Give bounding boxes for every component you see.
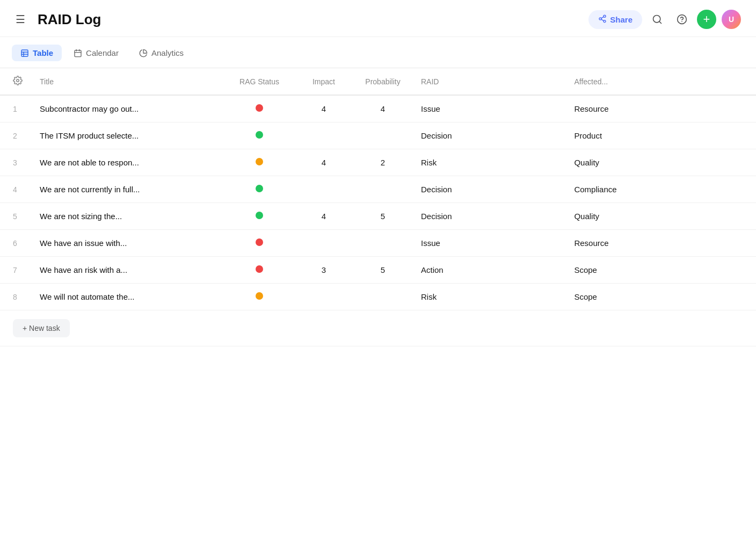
row-num: 2 <box>0 122 31 149</box>
rag-dot <box>256 185 263 192</box>
calendar-icon <box>74 49 82 57</box>
row-num: 6 <box>0 230 31 257</box>
tab-analytics-label: Analytics <box>151 48 184 57</box>
row-num: 8 <box>0 284 31 310</box>
page-title: RAID Log <box>38 11 101 28</box>
row-raid: Issue <box>412 230 565 257</box>
table-icon <box>20 49 29 57</box>
row-probability <box>353 176 412 203</box>
row-num: 1 <box>0 95 31 122</box>
svg-rect-9 <box>21 50 28 56</box>
help-button[interactable] <box>672 10 692 29</box>
row-affected: Resource <box>565 95 756 122</box>
new-task-cell: + New task <box>0 310 756 346</box>
row-affected: Quality <box>565 203 756 230</box>
new-task-row: + New task <box>0 310 756 346</box>
row-title: The ITSM product selecte... <box>31 122 224 149</box>
row-impact: 4 <box>294 203 353 230</box>
row-rag <box>224 95 294 122</box>
row-raid: Risk <box>412 284 565 310</box>
raid-col-header: RAID <box>412 68 565 95</box>
row-rag <box>224 257 294 284</box>
table-row[interactable]: 8 We will not automate the... Risk Scope <box>0 284 756 310</box>
row-impact <box>294 176 353 203</box>
row-rag <box>224 230 294 257</box>
impact-col-header: Impact <box>294 68 353 95</box>
row-title: We are not sizing the... <box>31 203 224 230</box>
search-icon <box>652 14 663 25</box>
table-row[interactable]: 4 We are not currently in full... Decisi… <box>0 176 756 203</box>
row-probability <box>353 230 412 257</box>
row-raid: Decision <box>412 203 565 230</box>
table-row[interactable]: 1 Subcontractor may go out... 4 4 Issue … <box>0 95 756 122</box>
row-probability <box>353 122 412 149</box>
share-icon <box>598 15 607 25</box>
row-num: 7 <box>0 257 31 284</box>
row-impact: 4 <box>294 95 353 122</box>
svg-line-3 <box>601 19 604 21</box>
table-header-row: Title RAG Status Impact Probability RAID… <box>0 68 756 95</box>
settings-col-header[interactable] <box>0 68 31 95</box>
row-num: 5 <box>0 203 31 230</box>
rag-dot <box>256 238 263 246</box>
row-affected: Quality <box>565 149 756 176</box>
row-title: Subcontractor may go out... <box>31 95 224 122</box>
add-button[interactable]: + <box>697 10 716 29</box>
tab-bar: Table Calendar Analytics <box>0 37 756 68</box>
row-title: We are not currently in full... <box>31 176 224 203</box>
table-row[interactable]: 6 We have an issue with... Issue Resourc… <box>0 230 756 257</box>
table-row[interactable]: 2 The ITSM product selecte... Decision P… <box>0 122 756 149</box>
row-rag <box>224 203 294 230</box>
affected-col-header: Affected... <box>565 68 756 95</box>
analytics-icon <box>139 49 148 57</box>
row-affected: Compliance <box>565 176 756 203</box>
row-num: 3 <box>0 149 31 176</box>
row-impact: 3 <box>294 257 353 284</box>
title-col-header: Title <box>31 68 224 95</box>
row-raid: Issue <box>412 95 565 122</box>
row-rag <box>224 284 294 310</box>
share-button[interactable]: Share <box>588 10 642 29</box>
svg-rect-13 <box>75 50 81 56</box>
probability-col-header: Probability <box>353 68 412 95</box>
row-rag <box>224 122 294 149</box>
row-title: We are not able to respon... <box>31 149 224 176</box>
tab-calendar[interactable]: Calendar <box>65 45 127 61</box>
main-table-container: Title RAG Status Impact Probability RAID… <box>0 68 756 346</box>
header-right: Share + U <box>588 10 741 29</box>
row-probability: 2 <box>353 149 412 176</box>
rag-dot <box>256 158 263 165</box>
new-task-button[interactable]: + New task <box>13 319 70 337</box>
header-left: ☰ RAID Log <box>11 10 101 29</box>
row-affected: Product <box>565 122 756 149</box>
rag-dot <box>256 292 263 300</box>
row-affected: Scope <box>565 284 756 310</box>
row-title: We have an issue with... <box>31 230 224 257</box>
row-rag <box>224 176 294 203</box>
rag-dot <box>256 265 263 273</box>
row-probability: 5 <box>353 257 412 284</box>
search-button[interactable] <box>648 10 667 29</box>
svg-line-4 <box>601 17 604 18</box>
app-header: ☰ RAID Log Share <box>0 0 756 37</box>
row-impact <box>294 284 353 310</box>
menu-button[interactable]: ☰ <box>11 10 30 29</box>
row-title: We have an risk with a... <box>31 257 224 284</box>
gear-icon <box>13 76 23 85</box>
avatar[interactable]: U <box>722 10 741 29</box>
tab-analytics[interactable]: Analytics <box>130 45 192 61</box>
row-num: 4 <box>0 176 31 203</box>
rag-dot <box>256 131 263 139</box>
tab-table[interactable]: Table <box>12 45 62 61</box>
tab-calendar-label: Calendar <box>86 48 119 57</box>
table-row[interactable]: 3 We are not able to respon... 4 2 Risk … <box>0 149 756 176</box>
row-probability: 4 <box>353 95 412 122</box>
row-affected: Resource <box>565 230 756 257</box>
rag-dot <box>256 104 263 112</box>
svg-line-6 <box>659 21 662 24</box>
table-row[interactable]: 7 We have an risk with a... 3 5 Action S… <box>0 257 756 284</box>
table-row[interactable]: 5 We are not sizing the... 4 5 Decision … <box>0 203 756 230</box>
row-raid: Risk <box>412 149 565 176</box>
row-probability <box>353 284 412 310</box>
row-rag <box>224 149 294 176</box>
